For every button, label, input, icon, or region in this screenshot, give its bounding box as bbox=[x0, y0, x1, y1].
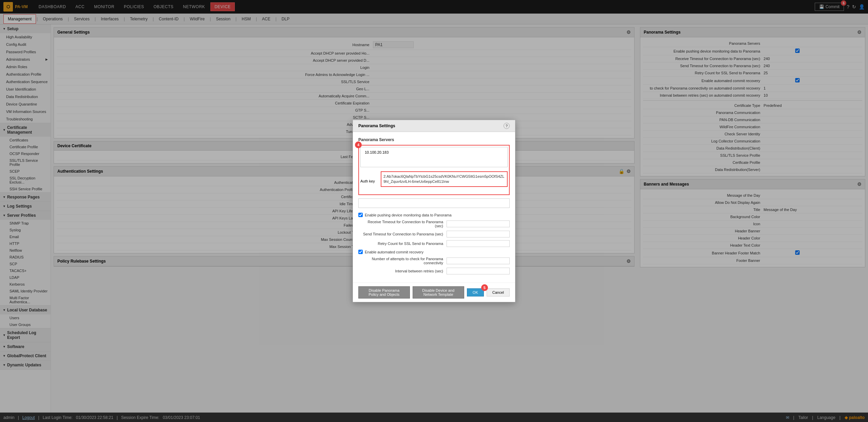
modal-footer: Disable Panorama Policy and Objects Disa… bbox=[353, 283, 515, 302]
auth-key-row: Auth key 2:Ab7okac6QlaNpTbYtcbG1s25csdVK… bbox=[360, 171, 508, 191]
modal-header: Panorama Settings ? bbox=[353, 120, 515, 132]
send-timeout-field[interactable]: 240 bbox=[447, 231, 510, 237]
modal-enable-commit-row: Enable automated commit recovery bbox=[358, 250, 510, 254]
modal-servers-box: 4 10.100.20.183 Auth key 2:Ab7okac6QlaNp… bbox=[358, 145, 510, 195]
auth-key-value: 2:Ab7okac6QlaNpTbYtcbG1s25csdVK0KNuYCWG5… bbox=[381, 171, 508, 187]
disable-panorama-button[interactable]: Disable Panorama Policy and Objects bbox=[358, 286, 410, 299]
modal-enable-pushing-row: Enable pushing device monitoring data to… bbox=[358, 213, 510, 217]
modal-help-icon[interactable]: ? bbox=[504, 123, 510, 129]
modal-enable-commit-label: Enable automated commit recovery bbox=[365, 250, 423, 254]
modal-send-timeout-input[interactable]: 240 bbox=[447, 231, 510, 237]
modal-receive-timeout-label: Receive Timeout for Connection to Panora… bbox=[358, 220, 447, 228]
modal-attempts-row: Number of attempts to check for Panorama… bbox=[358, 257, 510, 265]
server-input-empty[interactable] bbox=[358, 198, 510, 208]
ok-btn-wrapper: 5 OK bbox=[467, 288, 484, 296]
server-entry-1: 10.100.20.183 bbox=[363, 149, 505, 155]
attempts-field[interactable]: 1 bbox=[447, 257, 510, 264]
disable-device-button[interactable]: Disable Device and Network Template bbox=[413, 286, 464, 299]
auth-key-label: Auth key bbox=[360, 179, 381, 183]
modal-retry-row: Retry Count for SSL Send to Panorama 25 bbox=[358, 240, 510, 247]
modal-servers-label: Panorama Servers bbox=[358, 137, 510, 142]
ok-button[interactable]: OK bbox=[467, 288, 484, 296]
modal-receive-timeout-input[interactable]: 240 bbox=[447, 220, 510, 227]
modal-attempts-input[interactable]: 1 bbox=[447, 257, 510, 264]
retry-field[interactable]: 25 bbox=[447, 240, 510, 247]
modal-receive-timeout-row: Receive Timeout for Connection to Panora… bbox=[358, 220, 510, 228]
cancel-button[interactable]: Cancel bbox=[487, 288, 510, 296]
modal-interval-input[interactable]: 10 bbox=[447, 268, 510, 274]
modal-enable-pushing-checkbox[interactable] bbox=[358, 213, 363, 217]
modal-send-timeout-row: Send Timeout for Connection to Panorama … bbox=[358, 231, 510, 237]
modal-title: Panorama Settings bbox=[358, 123, 395, 128]
receive-timeout-field[interactable]: 240 bbox=[447, 220, 510, 227]
servers-list-box: 10.100.20.183 bbox=[360, 147, 508, 167]
interval-field[interactable]: 10 bbox=[447, 268, 510, 274]
modal-retry-label: Retry Count for SSL Send to Panorama bbox=[358, 242, 447, 246]
modal-interval-label: Interval between retries (sec) bbox=[358, 269, 447, 273]
modal-enable-commit-checkbox[interactable] bbox=[358, 250, 363, 254]
modal-attempts-label: Number of attempts to check for Panorama… bbox=[358, 257, 447, 265]
modal-overlay: Panorama Settings ? Panorama Servers 4 1… bbox=[0, 0, 868, 422]
panorama-settings-modal: Panorama Settings ? Panorama Servers 4 1… bbox=[353, 120, 515, 303]
modal-send-timeout-label: Send Timeout for Connection to Panorama … bbox=[358, 232, 447, 236]
modal-retry-input[interactable]: 25 bbox=[447, 240, 510, 247]
modal-interval-row: Interval between retries (sec) 10 bbox=[358, 268, 510, 274]
step-badge-4: 4 bbox=[355, 141, 362, 148]
modal-enable-pushing-label: Enable pushing device monitoring data to… bbox=[365, 213, 452, 217]
modal-body: Panorama Servers 4 10.100.20.183 Auth ke… bbox=[353, 132, 515, 283]
